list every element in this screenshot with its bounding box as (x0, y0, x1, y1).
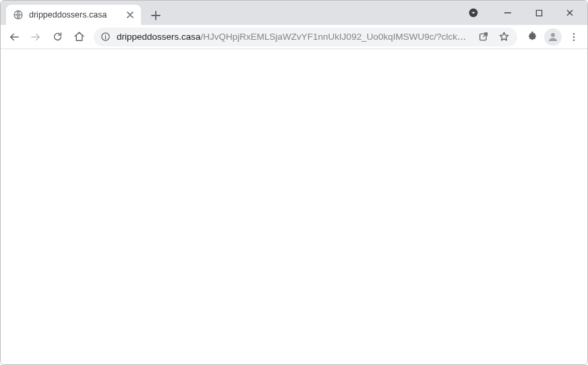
omnibox-actions (474, 28, 513, 46)
reload-button[interactable] (48, 28, 67, 46)
browser-toolbar: drippeddossers.casa/HJvQHpjRxEMLSjaWZvYF… (1, 25, 587, 49)
kebab-menu-button[interactable] (564, 28, 583, 46)
share-icon[interactable] (474, 28, 493, 46)
svg-point-7 (573, 33, 575, 34)
window-controls (466, 1, 587, 25)
window-maximize-button[interactable] (524, 3, 554, 22)
bookmark-star-icon[interactable] (494, 28, 513, 46)
new-tab-button[interactable] (146, 6, 165, 25)
globe-icon (13, 9, 24, 20)
profile-avatar-button[interactable] (544, 28, 562, 46)
tab-strip: drippeddossers.casa (1, 1, 466, 25)
page-content (1, 49, 587, 364)
tracking-indicator-icon[interactable] (466, 5, 481, 20)
window-titlebar: drippeddossers.casa (1, 1, 587, 25)
svg-point-4 (105, 34, 107, 36)
address-bar[interactable]: drippeddossers.casa/HJvQHpjRxEMLSjaWZvYF… (94, 28, 517, 46)
window-close-button[interactable] (555, 3, 585, 22)
home-button[interactable] (69, 28, 88, 46)
site-info-icon[interactable] (100, 32, 111, 42)
browser-tab[interactable]: drippeddossers.casa (6, 5, 141, 25)
window-minimize-button[interactable] (493, 3, 523, 22)
tab-title: drippeddossers.casa (29, 10, 125, 20)
forward-button[interactable] (26, 28, 45, 46)
svg-point-6 (551, 33, 555, 37)
svg-point-9 (573, 39, 575, 40)
url-text: drippeddossers.casa/HJvQHpjRxEMLSjaWZvYF… (117, 32, 470, 42)
svg-rect-2 (536, 10, 541, 15)
url-host: drippeddossers.casa (117, 32, 201, 42)
extensions-puzzle-icon[interactable] (523, 28, 541, 46)
tab-close-button[interactable] (125, 9, 136, 20)
back-button[interactable] (5, 28, 24, 46)
svg-point-8 (573, 36, 575, 37)
url-path: /HJvQHpjRxEMLSjaWZvYF1nnUkIJ092_Uo0kqIMS… (201, 32, 470, 42)
